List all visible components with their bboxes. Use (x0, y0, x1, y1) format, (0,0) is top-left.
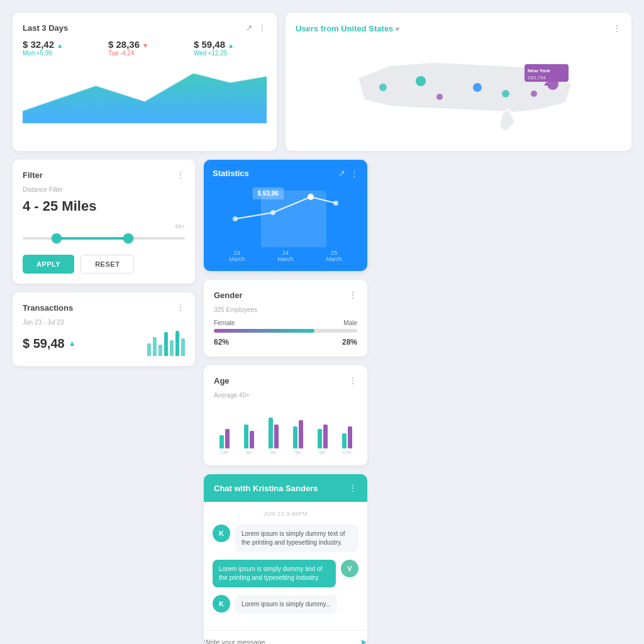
apply-button[interactable]: APPLY (23, 255, 74, 274)
users-map-header: Users from United States ▾ ⋮ (296, 23, 621, 34)
chevron-down-icon[interactable]: ▾ (396, 25, 399, 33)
us-map-svg: New York 283,794 (296, 40, 621, 141)
transactions-value: $ 59,48 ▲ (23, 336, 76, 351)
age-group: 40 (263, 418, 284, 455)
chat-message-3: K Lorem ipsum is simply dummy... (213, 595, 358, 614)
svg-text:New York: New York (528, 68, 550, 74)
users-map-country: United States (341, 24, 393, 33)
gender-labels: Female Male (214, 319, 357, 326)
avatar-v: V (341, 560, 358, 577)
reset-button[interactable]: RESET (80, 255, 134, 274)
female-label: Female (214, 319, 235, 326)
age-group: 50 (287, 420, 308, 456)
avatar-k-2: K (213, 595, 230, 613)
change-mon: +5,99 (36, 50, 52, 57)
age-bar-purple (348, 426, 352, 448)
filter-buttons: APPLY RESET (23, 255, 185, 274)
send-icon[interactable]: ➤ (360, 637, 367, 644)
more-vert-icon[interactable]: ⋮ (348, 290, 357, 300)
transaction-arrow-up: ▲ (69, 339, 76, 348)
filter-card: Filter ⋮ Distance Filter 4 - 25 Miles 60… (13, 160, 195, 284)
stat-value-tue: $ 28,36 ▼ (108, 39, 181, 50)
stats-x-labels: 23March 24March 25March (213, 250, 358, 262)
users-map-label: Users from (296, 24, 339, 33)
right-column: Statistics ↗ ⋮ $ 53,96 (204, 160, 367, 465)
transactions-row: $ 59,48 ▲ (23, 331, 185, 356)
more-vert-icon[interactable]: ⋮ (176, 303, 185, 313)
card-title: Last 3 Days (23, 23, 68, 33)
age-bar-purple (250, 431, 254, 448)
change-tue: -4,24 (120, 50, 135, 57)
stat-change-wed: Wed +12,25 (194, 50, 267, 57)
x-label-25: 25March (326, 250, 342, 262)
day-tue: Tue (108, 50, 119, 57)
more-vert-icon[interactable]: ⋮ (613, 23, 621, 33)
age-bar-teal (269, 418, 273, 448)
users-map-card: Users from United States ▾ ⋮ (286, 13, 631, 151)
more-vert-icon[interactable]: ⋮ (348, 483, 357, 493)
gender-percentages: 62% 28% (214, 338, 357, 347)
more-vert-icon[interactable]: ⋮ (348, 375, 357, 386)
filter-subtitle: Distance Filter (23, 186, 185, 193)
change-wed: +12,25 (208, 50, 227, 57)
stat-change-tue: Tue -4,24 (108, 50, 181, 57)
arrow-up-mon: ▲ (57, 42, 63, 49)
age-label: <20 (220, 450, 229, 455)
transactions-bar-chart (147, 331, 185, 356)
slider-container[interactable] (23, 232, 185, 245)
slider-max-label: 60+ (23, 223, 185, 230)
slider-thumb-right[interactable] (123, 233, 133, 243)
chat-bubble-2: Lorem ipsum is simply dummy text of the … (213, 560, 336, 587)
transactions-amount: $ 59,48 (23, 336, 65, 351)
chat-input-row: ➤ (204, 630, 367, 644)
age-chart: <2030405060>70 (214, 405, 357, 455)
gender-bar-fill (214, 329, 314, 333)
svg-point-2 (436, 94, 443, 100)
more-vert-icon[interactable]: ⋮ (176, 170, 185, 180)
transactions-title: Transactions (23, 303, 73, 313)
transactions-header: Transactions ⋮ (23, 303, 185, 313)
slider-fill (58, 237, 128, 240)
arrow-up-wed: ▲ (228, 42, 234, 49)
stats-blue-header: Statistics ↗ ⋮ (213, 169, 358, 178)
age-bar-teal (318, 429, 322, 449)
gender-card: Gender ⋮ 325 Employees Female Male 62% 2… (204, 280, 367, 357)
age-label: >70 (343, 450, 352, 455)
chat-message-1: K Lorem ipsum is simply dummy text of th… (213, 525, 358, 552)
svg-point-4 (502, 90, 509, 97)
svg-point-0 (379, 84, 387, 91)
female-pct: 62% (214, 338, 229, 347)
stats-blue-chart: $ 53,96 (213, 184, 358, 247)
svg-point-3 (473, 83, 482, 92)
bar-1 (147, 343, 151, 356)
chat-card: Chat with Kristina Sanders ⋮ JUN 23 3:46… (204, 474, 367, 644)
more-vert-icon[interactable]: ⋮ (350, 169, 358, 178)
gender-subtitle: 325 Employees (214, 306, 357, 313)
age-bar-teal (293, 426, 297, 448)
chat-message-2: V Lorem ipsum is simply dummy text of th… (213, 560, 358, 587)
svg-point-1 (416, 76, 426, 86)
chat-bubble-3: Lorem ipsum is simply dummy... (235, 595, 337, 614)
age-bar-purple (225, 429, 230, 449)
gender-bar-track (214, 329, 357, 333)
age-bar-purple (274, 425, 279, 449)
age-group: 60 (312, 425, 333, 456)
gender-header: Gender ⋮ (214, 290, 357, 300)
day-wed: Wed (194, 50, 206, 57)
x-label-23: 23March (229, 250, 245, 262)
transactions-card: Transactions ⋮ Jun 23 - Jul 23 $ 59,48 ▲ (13, 292, 195, 366)
chat-bubble-1: Lorem ipsum is simply dummy text of the … (235, 525, 358, 552)
chat-body: JUN 23 3:46PM K Lorem ipsum is simply du… (204, 502, 367, 630)
slider-thumb-left[interactable] (52, 233, 62, 243)
chat-input[interactable] (204, 638, 360, 644)
bar-4 (164, 332, 168, 356)
filter-title: Filter (23, 170, 43, 180)
age-bar-teal (342, 433, 347, 449)
export-icon[interactable]: ↗ (338, 169, 345, 178)
stats-row: $ 32,42 ▲ Mon +5,99 $ 28,36 ▼ Tue -4,24 … (23, 39, 267, 57)
more-vert-icon[interactable]: ⋮ (258, 23, 267, 33)
gender-title: Gender (214, 291, 243, 300)
statistics-blue-card: Statistics ↗ ⋮ $ 53,96 (204, 160, 367, 271)
export-icon[interactable]: ↗ (245, 23, 253, 33)
stat-wed: $ 59,48 ▲ Wed +12,25 (194, 39, 267, 57)
